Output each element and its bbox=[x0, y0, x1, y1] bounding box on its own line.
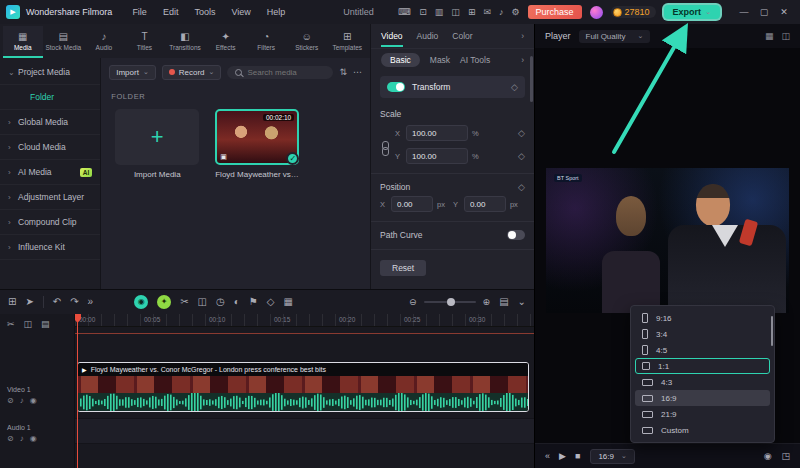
timeline-tool-icon[interactable]: ◉ bbox=[134, 295, 148, 309]
timeline-tool-icon[interactable]: ↶ bbox=[53, 297, 61, 307]
zoom-in-icon[interactable]: ⊕ bbox=[483, 297, 491, 307]
close-button[interactable]: ✕ bbox=[774, 7, 794, 17]
aspect-ratio-button[interactable]: 16:9 ⌄ bbox=[590, 449, 634, 464]
media-tab[interactable]: T Titles bbox=[125, 26, 165, 58]
aspect-ratio-option[interactable]: 1:1 bbox=[635, 358, 770, 374]
aspect-ratio-option[interactable]: 4:5 bbox=[635, 342, 770, 358]
reset-button[interactable]: Reset bbox=[380, 260, 426, 276]
quality-dropdown[interactable]: Full Quality ⌄ bbox=[579, 30, 651, 43]
timeline-tool-icon[interactable]: ⚑ bbox=[249, 297, 258, 307]
sidebar-item[interactable]: › Compound Clip bbox=[0, 210, 100, 235]
timeline-tool-icon[interactable]: ➤ bbox=[25, 297, 33, 307]
player-extra-icon[interactable]: ◳ bbox=[781, 451, 790, 461]
track-option-icon[interactable]: ⊘ bbox=[7, 434, 14, 443]
sidebar-item[interactable]: Folder bbox=[0, 85, 100, 110]
player-view-icon[interactable]: ▦ bbox=[765, 31, 774, 41]
media-tab[interactable]: ◔ Filters bbox=[246, 26, 286, 58]
player-extra-icon[interactable]: ◉ bbox=[764, 451, 772, 461]
timeline-tool-icon[interactable]: ◐ bbox=[234, 297, 240, 307]
scrollbar[interactable] bbox=[771, 316, 773, 346]
properties-tab[interactable]: Video bbox=[381, 26, 403, 47]
timeline-tool-icon[interactable]: » bbox=[88, 297, 94, 307]
timeline-tool-icon[interactable]: ✂ bbox=[180, 297, 188, 307]
zoom-out-icon[interactable]: ⊖ bbox=[409, 297, 417, 307]
playback-control-icon[interactable]: ▶ bbox=[559, 451, 566, 461]
timeline-video-clip[interactable]: ▶ Floyd Mayweather vs. Conor McGregor - … bbox=[77, 362, 529, 412]
timeline-tool-icon[interactable]: ◷ bbox=[216, 297, 225, 307]
scale-y-input[interactable] bbox=[406, 148, 468, 164]
filter-icon[interactable]: ⇅ bbox=[339, 67, 347, 77]
export-button[interactable]: Export ⌄ bbox=[664, 5, 720, 19]
timeline-tool-icon[interactable]: ▦ bbox=[283, 297, 292, 307]
position-x-input[interactable] bbox=[391, 196, 433, 212]
track-tool-icon[interactable]: ✂ bbox=[7, 319, 15, 329]
titlebar-tool-icon[interactable]: ✉ bbox=[483, 7, 491, 17]
maximize-button[interactable]: ▢ bbox=[754, 7, 774, 17]
titlebar-tool-icon[interactable]: ▥ bbox=[435, 7, 444, 17]
keyframe-icon[interactable]: ◇ bbox=[511, 82, 518, 92]
media-tab[interactable]: ⊞ Templates bbox=[328, 26, 368, 58]
import-button[interactable]: Import ⌄ bbox=[109, 65, 156, 80]
timeline-tool-icon[interactable]: ↷ bbox=[70, 297, 78, 307]
transform-toggle[interactable] bbox=[387, 82, 405, 92]
playback-control-icon[interactable]: « bbox=[545, 451, 550, 461]
menu-item[interactable]: Tools bbox=[186, 7, 223, 17]
aspect-ratio-option[interactable]: 3:4 bbox=[635, 326, 770, 342]
properties-tab[interactable]: Color bbox=[452, 26, 472, 47]
track-option-icon[interactable]: ♪ bbox=[20, 434, 24, 443]
keyframe-icon[interactable]: ◇ bbox=[518, 182, 525, 192]
timeline-tool-icon[interactable]: ⊞ bbox=[8, 297, 16, 307]
more-icon[interactable]: ⋯ bbox=[353, 67, 362, 77]
coin-balance[interactable]: 27810 bbox=[611, 6, 656, 18]
path-curve-toggle[interactable] bbox=[507, 230, 525, 240]
scale-x-input[interactable] bbox=[406, 125, 468, 141]
more-subtabs-icon[interactable]: › bbox=[521, 55, 524, 65]
track-option-icon[interactable]: ♪ bbox=[20, 396, 24, 405]
properties-tab[interactable]: Audio bbox=[417, 26, 439, 47]
playhead[interactable] bbox=[77, 314, 78, 468]
playback-control-icon[interactable]: ■ bbox=[575, 451, 580, 461]
sidebar-item[interactable]: ⌄ Project Media bbox=[0, 60, 100, 85]
import-media-tile[interactable]: + Import Media bbox=[115, 109, 199, 179]
media-tab[interactable]: ▦ Media bbox=[3, 26, 43, 58]
scrollbar[interactable] bbox=[530, 56, 533, 102]
media-tab[interactable]: ✦ Effects bbox=[206, 26, 246, 58]
sidebar-item[interactable]: › Influence Kit bbox=[0, 235, 100, 260]
position-y-input[interactable] bbox=[464, 196, 506, 212]
zoom-slider[interactable] bbox=[424, 301, 476, 303]
media-tab[interactable]: ♪ Audio bbox=[84, 26, 124, 58]
keyframe-icon[interactable]: ◇ bbox=[518, 151, 525, 161]
audio-track-lane[interactable] bbox=[75, 418, 534, 444]
user-avatar[interactable] bbox=[590, 6, 603, 19]
track-option-icon[interactable]: ◉ bbox=[30, 434, 37, 443]
timeline-tracks[interactable]: 00:0000:0500:1000:1500:2000:2500:30 ▶ Fl… bbox=[75, 314, 534, 468]
timeline-tool-icon[interactable]: ✦ bbox=[157, 295, 171, 309]
menu-item[interactable]: Help bbox=[259, 7, 294, 17]
menu-item[interactable]: View bbox=[223, 7, 258, 17]
timeline-tool-icon[interactable]: ⌄ bbox=[518, 297, 526, 307]
titlebar-tool-icon[interactable]: ⊞ bbox=[468, 7, 476, 17]
sidebar-item[interactable]: › AI Media AI bbox=[0, 160, 100, 185]
aspect-ratio-option[interactable]: 16:9 bbox=[635, 390, 770, 406]
titlebar-tool-icon[interactable]: ⊡ bbox=[419, 7, 427, 17]
keyframe-icon[interactable]: ◇ bbox=[518, 128, 525, 138]
track-tool-icon[interactable]: ▤ bbox=[41, 319, 50, 329]
media-clip-tile[interactable]: 00:02:10 ▣ ✓ Floyd Mayweather vs. ... bbox=[215, 109, 299, 179]
media-tab[interactable]: ◧ Transitions bbox=[165, 26, 205, 58]
timeline-tool-icon[interactable]: ▤ bbox=[499, 297, 508, 307]
purchase-button[interactable]: Purchase bbox=[528, 5, 582, 19]
player-view-icon[interactable]: ◫ bbox=[781, 31, 790, 41]
properties-subtab[interactable]: AI Tools bbox=[460, 55, 490, 65]
time-ruler[interactable]: 00:0000:0500:1000:1500:2000:2500:30 bbox=[75, 314, 534, 327]
sidebar-item[interactable]: › Adjustment Layer bbox=[0, 185, 100, 210]
link-scale-icon[interactable] bbox=[381, 141, 389, 156]
menu-item[interactable]: File bbox=[124, 7, 155, 17]
aspect-ratio-option[interactable]: 4:3 bbox=[635, 374, 770, 390]
titlebar-tool-icon[interactable]: ♪ bbox=[499, 7, 504, 17]
sidebar-item[interactable]: › Global Media bbox=[0, 110, 100, 135]
aspect-ratio-option[interactable]: 9:16 bbox=[635, 310, 770, 326]
aspect-ratio-option[interactable]: 21:9 bbox=[635, 406, 770, 422]
track-option-icon[interactable]: ⊘ bbox=[7, 396, 14, 405]
timeline-tool-icon[interactable]: ◇ bbox=[267, 297, 275, 307]
titlebar-tool-icon[interactable]: ⌨ bbox=[398, 7, 411, 17]
